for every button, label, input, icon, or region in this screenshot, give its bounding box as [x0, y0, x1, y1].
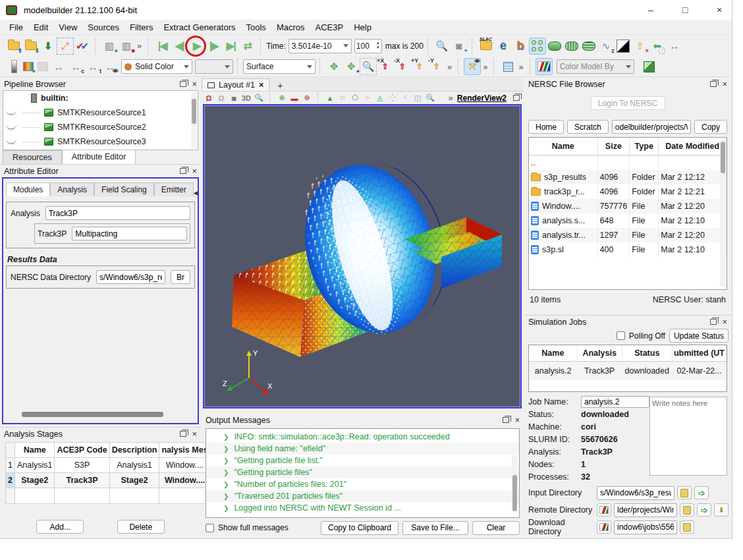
- expand-icon[interactable]: ❯: [223, 493, 229, 500]
- set-view-minus-y-icon[interactable]: ⇧-Y: [428, 58, 445, 75]
- copy-to-clipboard-button[interactable]: Copy to Clipboard: [321, 521, 399, 535]
- first-frame-button[interactable]: |◀: [153, 38, 171, 55]
- smtk-resource-icon[interactable]: [641, 58, 658, 75]
- color-by-combo[interactable]: Solid Color: [121, 59, 192, 74]
- representation-combo[interactable]: Surface: [243, 59, 316, 74]
- tab-modules[interactable]: Modules: [6, 182, 50, 196]
- message-row[interactable]: ❯Logged into NERSC with NEWT Session id …: [206, 502, 519, 514]
- slac-project-icon[interactable]: SLAC: [478, 38, 495, 55]
- menu-ace3p[interactable]: ACE3P: [310, 21, 349, 34]
- capture-view-icon[interactable]: ◙: [228, 93, 240, 103]
- visibility-eye-icon[interactable]: [6, 110, 16, 115]
- zoom-lens-icon[interactable]: 🔍: [433, 38, 451, 55]
- select-points-polygon-icon[interactable]: ⁘: [362, 93, 373, 103]
- t3p-icon[interactable]: b: [512, 38, 529, 55]
- select-points-icon[interactable]: ⁙: [337, 93, 348, 103]
- split-selection-icon[interactable]: ⊕: [301, 93, 313, 103]
- float-panel-icon[interactable]: [710, 319, 717, 325]
- color-wand-icon[interactable]: ✔✔: [74, 38, 91, 55]
- tab-scroll-left-icon[interactable]: ◀: [194, 189, 199, 196]
- render-view-3d[interactable]: Y Z X: [203, 104, 522, 408]
- notes-textarea[interactable]: [649, 397, 727, 476]
- reset-camera-closest-icon[interactable]: ✥●: [343, 58, 360, 75]
- add-selection-icon[interactable]: ⊕: [276, 93, 288, 103]
- message-row[interactable]: ❯Using field name: "efield": [206, 443, 519, 455]
- show-full-messages-checkbox[interactable]: [206, 524, 214, 532]
- download-directory-field[interactable]: [614, 520, 677, 534]
- column-header[interactable]: Size: [597, 138, 630, 155]
- table-row[interactable]: track3p_r... 4096FolderMar 2 12:21: [529, 184, 727, 199]
- maximize-button[interactable]: □: [678, 5, 692, 15]
- fit-range-icon[interactable]: ↔: [666, 38, 683, 55]
- axes-overflow-icon[interactable]: »: [481, 62, 489, 72]
- tab-analysis[interactable]: Analysis: [50, 182, 94, 196]
- rescale-temporal-icon[interactable]: ↔t: [84, 58, 101, 75]
- delete-axis-icon[interactable]: ⇧×: [632, 38, 649, 55]
- select-block-icon[interactable]: ◬: [374, 93, 386, 103]
- table-row[interactable]: ..: [529, 155, 727, 171]
- reset-time-icon[interactable]: ⬅🕐: [649, 38, 666, 55]
- open-recent-icon[interactable]: ⬇: [22, 38, 40, 55]
- close-button[interactable]: ×: [712, 5, 727, 15]
- menu-macros[interactable]: Macros: [271, 21, 310, 34]
- input-directory-go-button[interactable]: ➩: [694, 486, 709, 499]
- message-row[interactable]: ❯"Getting particle file list.": [206, 455, 519, 466]
- component-combo[interactable]: [195, 59, 233, 74]
- table-row[interactable]: analysis.s... 648FileMar 2 12:10: [529, 213, 727, 228]
- rescale-data-range-icon[interactable]: ↔: [50, 58, 67, 75]
- menu-filters[interactable]: Filters: [124, 21, 158, 34]
- pipeline-item-row[interactable]: SMTKResourceSource3: [3, 134, 198, 149]
- color-model-combo[interactable]: Color Model By: [557, 59, 634, 74]
- close-panel-icon[interactable]: ×: [192, 80, 197, 88]
- server-disconnect-icon[interactable]: ▥■: [118, 38, 135, 55]
- jobs-table[interactable]: Name Analysis Status ubmitted (UT analys…: [528, 345, 727, 392]
- messages-scrollbar[interactable]: [512, 455, 518, 504]
- message-row[interactable]: ❯"Number of particles files: 201": [206, 478, 519, 490]
- interactive-select-cells-icon[interactable]: ⁛: [387, 93, 399, 103]
- tab-resources[interactable]: Resources: [3, 150, 62, 164]
- select-block-gray-icon[interactable]: ◫: [412, 93, 424, 103]
- loop-button[interactable]: ⇄: [239, 38, 256, 55]
- capture-screenshot-icon[interactable]: ◙+: [451, 38, 468, 55]
- table-row-selected[interactable]: analysis.2 Track3P downloaded 02-Mar-22.…: [529, 362, 727, 381]
- pipeline-builtin-row[interactable]: builtin:: [3, 91, 198, 105]
- close-tab-icon[interactable]: ×: [259, 80, 263, 90]
- tab-emitter[interactable]: Emitter: [154, 182, 194, 196]
- menu-tools[interactable]: Tools: [241, 21, 271, 34]
- tab-field-scaling[interactable]: Field Scaling: [94, 182, 154, 196]
- close-panel-icon[interactable]: ×: [722, 80, 727, 88]
- column-header[interactable]: Name: [529, 138, 597, 155]
- close-panel-icon[interactable]: ×: [514, 416, 520, 424]
- polling-checkbox[interactable]: [617, 331, 625, 340]
- analysis-field[interactable]: [45, 206, 190, 220]
- table-row[interactable]: Window.... 757776FileMar 2 12:20: [529, 199, 727, 213]
- column-header[interactable]: Name: [14, 443, 55, 458]
- particles-icon[interactable]: [529, 38, 546, 55]
- expand-icon[interactable]: ❯: [223, 505, 229, 512]
- play-button[interactable]: ▶: [188, 38, 205, 55]
- new-layout-tab-button[interactable]: +: [269, 80, 290, 91]
- camera-controls-icon[interactable]: ⤢: [57, 38, 74, 55]
- open-file-icon[interactable]: ⬆: [5, 38, 22, 55]
- contrast-icon[interactable]: [615, 38, 632, 55]
- file-table-scrollbar[interactable]: [720, 140, 726, 287]
- edit-colormap-icon[interactable]: ●: [21, 58, 36, 75]
- set-view-plus-x-icon[interactable]: ⇧+X: [377, 58, 394, 75]
- add-stage-button[interactable]: Add...: [36, 520, 84, 534]
- rescale-custom-icon[interactable]: ↔c: [67, 58, 84, 75]
- menu-edit[interactable]: Edit: [28, 21, 53, 34]
- float-view-icon[interactable]: [513, 95, 520, 101]
- toolbar-overflow-icon[interactable]: »: [135, 41, 144, 51]
- copy-path-button[interactable]: Copy: [694, 120, 727, 134]
- menu-extract-generators[interactable]: Extract Generators: [158, 21, 240, 34]
- cavity-icon[interactable]: [546, 38, 563, 55]
- camera-overflow-icon[interactable]: »: [445, 62, 454, 72]
- data-grid-icon[interactable]: [499, 58, 516, 75]
- snap-views-icon[interactable]: Ω: [203, 93, 215, 103]
- plot-over-time-icon[interactable]: ∿z: [597, 38, 615, 55]
- render-overflow-icon[interactable]: »: [447, 93, 455, 103]
- column-header[interactable]: Description: [109, 443, 159, 458]
- pipeline-item-row[interactable]: SMTKResourceSource1: [3, 105, 198, 120]
- tab-attribute-editor[interactable]: Attribute Editor: [62, 150, 136, 164]
- interactive-select-points-icon[interactable]: ⁖: [399, 93, 411, 103]
